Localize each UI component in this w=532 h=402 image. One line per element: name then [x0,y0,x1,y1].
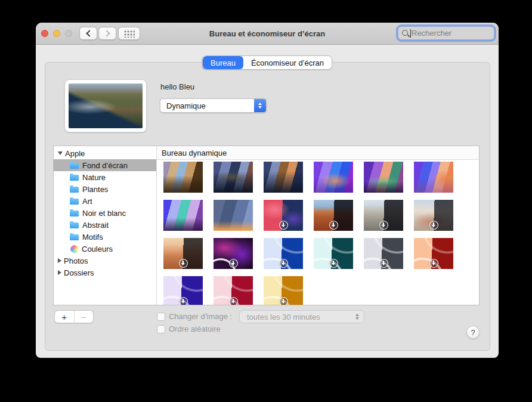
download-badge-icon [179,297,188,305]
folder-icon [70,211,79,217]
sidebar-item[interactable]: Noir et blanc [54,207,156,219]
sidebar-item-label: Noir et blanc [82,209,126,218]
desktop-tab-panel: hello Bleu Dynamique AppleFond d’écranNa… [45,62,490,351]
close-button[interactable] [41,30,48,37]
disclosure-triangle-icon[interactable] [58,151,63,155]
sidebar-group-label: Dossiers [64,268,94,277]
folder-icon [70,199,79,205]
wallpaper-tile-lake-artistic[interactable] [364,162,403,193]
minimize-button[interactable] [53,30,60,37]
wallpaper-tile-hello-abstract[interactable] [264,200,303,231]
wallpaper-preview-image [69,84,143,128]
change-image-checkbox[interactable] [157,313,165,321]
tab-bureau[interactable]: Bureau [203,56,243,69]
show-all-grid-icon [123,29,135,38]
wallpaper-tile-big-sur[interactable] [264,162,303,193]
search-placeholder: Rechercher [412,29,451,38]
wallpaper-tile-imac-pro-abstract[interactable] [214,238,253,269]
folder-icon [70,163,79,169]
wallpaper-grid [157,160,462,305]
forward-button [98,27,116,40]
wallpaper-tile-solar-gradients[interactable] [214,200,253,231]
random-order-label: Ordre aléatoire [169,324,221,333]
download-badge-icon [429,221,438,230]
dynamic-mode-popup[interactable]: Dynamique [160,98,267,113]
wallpaper-tile-catalina[interactable] [214,162,253,193]
traffic-lights [41,30,72,37]
sidebar-item-label: Motifs [82,233,103,242]
wallpaper-tile-imac-silver[interactable] [364,238,403,269]
random-order-row: Ordre aléatoire [157,324,221,333]
wallpaper-tile-gray-rock[interactable] [364,200,403,231]
wallpaper-tile-red-rock-desert[interactable] [314,200,353,231]
folder-icon [70,187,79,193]
sidebar-item[interactable]: Art [54,195,156,207]
popup-stepper-icon [254,99,266,112]
wallpaper-tile-imac-purple[interactable] [163,276,203,305]
back-chevron-icon [86,30,92,36]
download-badge-icon [429,259,438,268]
download-badge-icon [279,259,288,268]
sidebar-item-label: Couleurs [82,245,113,253]
sidebar-group-label: Apple [65,149,85,158]
wallpaper-tile-imac-blue[interactable] [264,238,303,269]
sidebar-group-dossiers[interactable]: Dossiers [54,267,156,279]
popup-stepper-icon [355,314,359,320]
add-remove-control: + − [54,310,94,323]
sidebar-item[interactable]: Motifs [54,231,156,243]
change-image-label: Changer d’image : [169,312,232,321]
tab-economiseur[interactable]: Économiseur d’écran [243,56,332,69]
sidebar-item-label: Abstrait [82,221,109,230]
show-all-button[interactable] [118,27,140,40]
sidebar-item[interactable]: Nature [54,171,156,183]
sidebar-item-label: Nature [82,173,106,182]
wallpaper-tile-beach-artistic[interactable] [163,200,203,231]
search-icon [401,29,410,38]
folder-icon [70,222,79,228]
download-badge-icon [229,259,238,268]
disclosure-triangle-icon[interactable] [58,270,61,275]
text-cursor [410,29,411,38]
wallpaper-tile-imac-yellow[interactable] [264,276,303,305]
title-bar[interactable]: Bureau et économiseur d’écran Rechercher [36,23,499,45]
source-sidebar: AppleFond d’écranNaturePlantesArtNoir et… [54,146,157,305]
sidebar-item[interactable]: Couleurs [54,243,156,255]
dynamic-mode-value: Dynamique [160,101,254,110]
desktop-screensaver-preferences-window: Bureau et économiseur d’écran Rechercher… [36,23,499,358]
add-folder-button[interactable]: + [55,311,74,323]
wallpaper-tile-imac-teal[interactable] [314,238,353,269]
sidebar-item-label: Plantes [82,185,108,194]
sidebar-group-label: Photos [64,256,88,265]
download-badge-icon [279,221,288,230]
tab-bar: Bureau Économiseur d’écran [202,55,332,70]
back-button[interactable] [79,27,97,40]
sidebar-item[interactable]: Fond d’écran [54,159,156,171]
sidebar-group-apple[interactable]: Apple [54,147,156,159]
interval-popup-disabled: toutes les 30 minutes [239,310,364,323]
disclosure-triangle-icon[interactable] [58,258,61,263]
search-input[interactable]: Rechercher [398,26,494,40]
download-badge-icon [179,259,188,268]
wallpaper-tile-desert-artistic[interactable] [414,162,453,193]
wallpaper-tile-orange-rock[interactable] [163,238,203,269]
wallpaper-tile-cliffs-artistic[interactable] [314,162,353,193]
download-badge-icon [279,297,288,305]
change-image-row: Changer d’image : [157,312,232,321]
color-wheel-icon [70,245,78,253]
zoom-button-disabled [65,30,72,37]
wallpaper-tile-white-rocks[interactable] [414,200,453,231]
sidebar-item[interactable]: Plantes [54,183,156,195]
wallpaper-grid-pane: Bureau dynamique [157,146,479,305]
random-order-checkbox[interactable] [157,325,165,333]
wallpaper-tile-mojave[interactable] [163,162,203,193]
download-badge-icon [329,221,338,230]
help-button[interactable]: ? [466,326,480,339]
wallpaper-tile-imac-orange[interactable] [414,238,453,269]
wallpaper-name: hello Bleu [160,82,194,91]
download-badge-icon [379,259,388,268]
wallpaper-tile-imac-pink[interactable] [214,276,253,305]
wallpaper-preview-well[interactable] [64,79,147,132]
download-badge-icon [379,221,388,230]
sidebar-item[interactable]: Abstrait [54,219,156,231]
sidebar-group-photos[interactable]: Photos [54,255,156,267]
